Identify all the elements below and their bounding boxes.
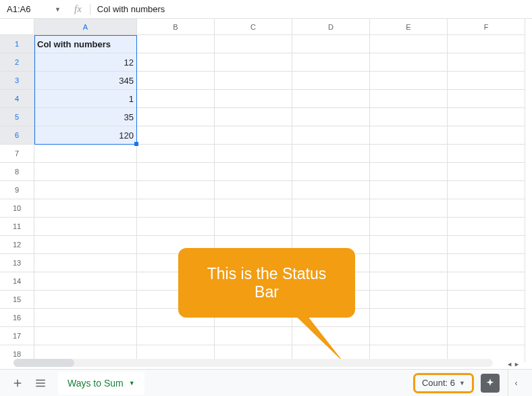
cell[interactable] <box>370 291 448 309</box>
row-header[interactable]: 6 <box>0 126 34 145</box>
side-panel-toggle[interactable]: ‹ <box>508 370 524 396</box>
row-header[interactable]: 7 <box>0 145 34 163</box>
cell[interactable] <box>370 90 448 108</box>
row-header[interactable]: 3 <box>0 72 34 90</box>
cell[interactable] <box>448 163 525 181</box>
col-header-c[interactable]: C <box>215 19 292 35</box>
cell[interactable] <box>215 199 292 218</box>
cell[interactable] <box>370 309 448 327</box>
cell[interactable] <box>215 145 292 163</box>
cell[interactable] <box>370 327 448 345</box>
cell[interactable] <box>370 272 448 291</box>
cell[interactable] <box>215 126 292 145</box>
cell[interactable] <box>34 254 137 272</box>
cell[interactable] <box>215 90 292 108</box>
cell[interactable] <box>137 218 215 236</box>
cell[interactable] <box>137 35 215 53</box>
cell[interactable] <box>370 108 448 126</box>
cell[interactable] <box>448 236 525 254</box>
cell[interactable] <box>215 108 292 126</box>
cell[interactable] <box>34 272 137 291</box>
cell[interactable] <box>137 145 215 163</box>
cell[interactable] <box>448 181 525 199</box>
cell[interactable] <box>292 72 370 90</box>
cell[interactable] <box>448 35 525 53</box>
col-header-d[interactable]: D <box>292 19 370 35</box>
cell[interactable] <box>448 254 525 272</box>
formula-input[interactable]: Col with numbers <box>90 4 165 14</box>
chevron-down-icon[interactable]: ▼ <box>129 380 135 387</box>
cell[interactable] <box>448 199 525 218</box>
quick-stats-button[interactable]: Count: 6 ▼ <box>413 373 474 393</box>
cell[interactable] <box>34 218 137 236</box>
cell[interactable] <box>292 35 370 53</box>
horizontal-scrollbar[interactable] <box>14 359 493 367</box>
cell[interactable] <box>34 163 137 181</box>
scroll-left-icon[interactable]: ◄ <box>506 361 512 368</box>
cell[interactable] <box>34 145 137 163</box>
cell[interactable] <box>448 291 525 309</box>
cell[interactable]: 120 <box>34 126 137 145</box>
cell[interactable] <box>370 72 448 90</box>
cell[interactable] <box>448 145 525 163</box>
cell[interactable] <box>448 272 525 291</box>
cell[interactable]: 1 <box>34 90 137 108</box>
cell[interactable] <box>292 90 370 108</box>
explore-button[interactable] <box>481 374 500 393</box>
cell[interactable] <box>448 218 525 236</box>
cell[interactable] <box>370 181 448 199</box>
cell[interactable] <box>137 327 215 345</box>
row-header[interactable]: 15 <box>0 291 34 309</box>
row-header[interactable]: 13 <box>0 254 34 272</box>
cell[interactable] <box>292 218 370 236</box>
cell[interactable] <box>34 327 137 345</box>
cell[interactable] <box>448 72 525 90</box>
cell[interactable] <box>370 126 448 145</box>
cell[interactable] <box>292 53 370 72</box>
cell[interactable] <box>448 126 525 145</box>
cell[interactable] <box>370 145 448 163</box>
all-sheets-button[interactable] <box>31 374 50 393</box>
cell[interactable] <box>215 327 292 345</box>
cell[interactable] <box>137 199 215 218</box>
cell[interactable] <box>448 309 525 327</box>
sheet-tab[interactable]: Ways to Sum ▼ <box>58 372 144 395</box>
scroll-right-icon[interactable]: ► <box>514 361 520 368</box>
cell[interactable] <box>292 181 370 199</box>
add-sheet-button[interactable] <box>8 374 27 393</box>
cell[interactable] <box>215 218 292 236</box>
col-header-f[interactable]: F <box>448 19 525 35</box>
cell[interactable]: 345 <box>34 72 137 90</box>
row-header[interactable]: 11 <box>0 218 34 236</box>
col-header-b[interactable]: B <box>137 19 215 35</box>
cell[interactable] <box>448 53 525 72</box>
cell[interactable] <box>34 181 137 199</box>
row-header[interactable]: 1 <box>0 35 34 53</box>
cell[interactable]: 12 <box>34 53 137 72</box>
row-header[interactable]: 17 <box>0 327 34 345</box>
cell[interactable] <box>292 327 370 345</box>
name-box[interactable]: A1:A6 ▼ <box>0 0 66 18</box>
scrollbar-thumb[interactable] <box>14 359 74 367</box>
row-header[interactable]: 10 <box>0 199 34 218</box>
cell[interactable] <box>448 327 525 345</box>
col-header-a[interactable]: A <box>34 19 137 35</box>
cell[interactable] <box>34 309 137 327</box>
cell[interactable] <box>292 199 370 218</box>
cell[interactable] <box>292 108 370 126</box>
cell[interactable] <box>137 53 215 72</box>
cell[interactable] <box>34 291 137 309</box>
cell[interactable] <box>215 72 292 90</box>
row-header[interactable]: 9 <box>0 181 34 199</box>
cell[interactable] <box>215 35 292 53</box>
cell[interactable]: 35 <box>34 108 137 126</box>
cell[interactable] <box>370 218 448 236</box>
col-header-e[interactable]: E <box>370 19 448 35</box>
row-header[interactable]: 12 <box>0 236 34 254</box>
cell[interactable] <box>137 126 215 145</box>
cell[interactable] <box>137 108 215 126</box>
cell[interactable] <box>34 236 137 254</box>
cell[interactable] <box>292 145 370 163</box>
cell[interactable] <box>137 163 215 181</box>
row-header[interactable]: 8 <box>0 163 34 181</box>
